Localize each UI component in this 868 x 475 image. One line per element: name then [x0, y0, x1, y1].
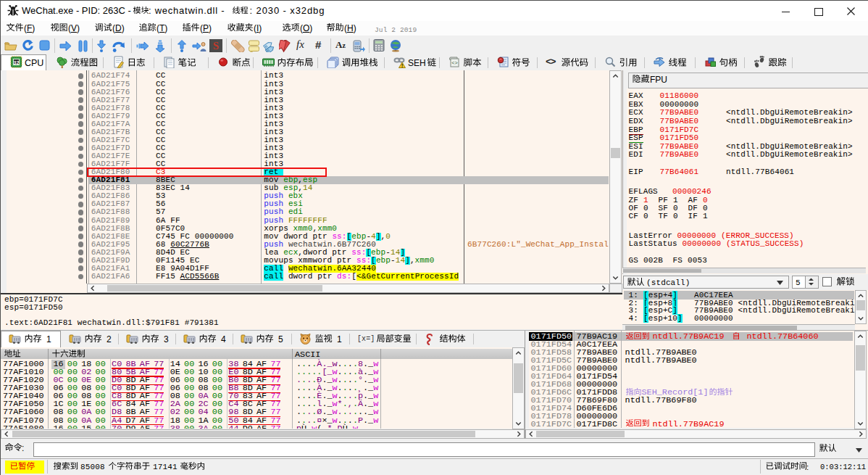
svg-text:32: 32 [14, 60, 20, 65]
svg-text:<>: <> [451, 60, 457, 66]
svg-text:!: ! [401, 63, 403, 68]
svg-text:S: S [213, 40, 219, 51]
